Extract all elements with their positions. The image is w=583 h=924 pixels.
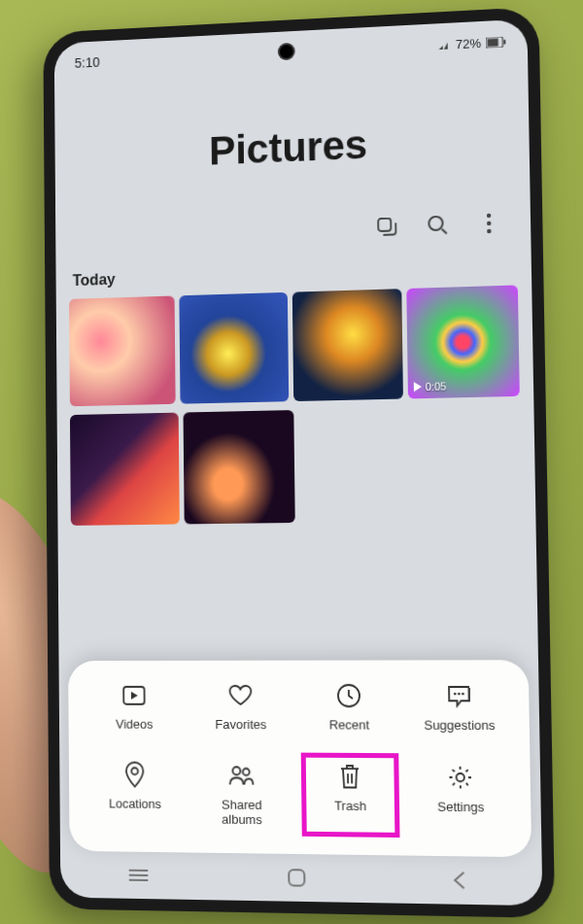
menu-suggestions[interactable]: Suggestions — [403, 682, 515, 734]
status-time: 5:10 — [75, 53, 100, 70]
status-indicators: 72% — [439, 34, 506, 51]
photo-thumbnail[interactable] — [69, 295, 176, 406]
menu-label: Settings — [437, 799, 484, 814]
svg-point-8 — [487, 228, 492, 233]
phone-device-frame: 5:10 72% Pictures Today — [43, 6, 555, 917]
video-thumbnail[interactable]: 0:05 — [406, 285, 520, 398]
photo-thumbnail[interactable] — [180, 291, 289, 403]
menu-settings[interactable]: Settings — [404, 763, 517, 831]
network-icons — [439, 39, 451, 50]
location-pin-icon — [121, 761, 148, 788]
photo-thumbnail[interactable] — [70, 412, 180, 525]
svg-point-4 — [429, 216, 442, 230]
menu-label: Videos — [116, 716, 153, 732]
header-area: Pictures — [54, 55, 531, 218]
menu-label: Locations — [109, 796, 161, 811]
thumbnail-row-2 — [57, 399, 536, 530]
android-nav-bar — [60, 850, 542, 906]
menu-trash[interactable]: Trash — [295, 762, 406, 829]
thumbnail-row-1: 0:05 — [56, 280, 534, 410]
svg-point-6 — [487, 213, 492, 218]
menu-bottom-sheet: Videos Favorites Recent Suggestions — [68, 660, 532, 857]
nav-back-button[interactable] — [429, 865, 490, 896]
clock-icon — [335, 682, 362, 709]
play-icon — [414, 382, 422, 392]
svg-point-13 — [462, 693, 464, 696]
gear-icon — [446, 763, 474, 791]
search-button[interactable] — [426, 213, 450, 237]
heart-icon — [227, 682, 255, 709]
menu-videos[interactable]: Videos — [82, 682, 188, 733]
video-play-icon — [120, 682, 147, 709]
people-icon — [227, 762, 255, 789]
svg-line-5 — [442, 228, 447, 233]
menu-label: Recent — [329, 717, 370, 733]
photo-thumbnail[interactable] — [292, 289, 402, 401]
svg-point-16 — [243, 768, 250, 774]
more-options-button[interactable] — [477, 211, 501, 235]
nav-recents-button[interactable] — [110, 860, 167, 890]
front-camera — [280, 44, 293, 57]
page-title: Pictures — [83, 116, 499, 180]
svg-point-11 — [454, 693, 457, 696]
svg-point-19 — [457, 772, 464, 780]
menu-label: Shared albums — [222, 797, 262, 828]
svg-point-15 — [232, 767, 240, 774]
svg-rect-3 — [378, 218, 391, 230]
menu-shared-albums[interactable]: Shared albums — [188, 761, 296, 828]
svg-point-12 — [458, 693, 461, 696]
video-duration-badge: 0:05 — [414, 380, 447, 393]
svg-point-14 — [131, 767, 138, 773]
menu-label: Favorites — [215, 717, 266, 733]
menu-favorites[interactable]: Favorites — [187, 682, 294, 733]
svg-rect-23 — [289, 870, 304, 886]
battery-percent: 72% — [456, 35, 482, 51]
menu-label: Suggestions — [424, 717, 495, 733]
phone-screen: 5:10 72% Pictures Today — [54, 18, 543, 906]
menu-recent[interactable]: Recent — [294, 682, 404, 734]
menu-locations[interactable]: Locations — [82, 761, 188, 827]
annotation-highlight — [301, 752, 400, 838]
photo-thumbnail[interactable] — [184, 410, 295, 524]
svg-rect-1 — [488, 38, 498, 47]
video-duration: 0:05 — [426, 380, 447, 393]
collage-button[interactable] — [375, 215, 398, 239]
nav-home-button[interactable] — [267, 862, 326, 892]
svg-rect-2 — [503, 39, 505, 44]
svg-point-7 — [487, 221, 492, 225]
suggestions-icon — [445, 682, 473, 710]
battery-icon — [486, 36, 505, 48]
